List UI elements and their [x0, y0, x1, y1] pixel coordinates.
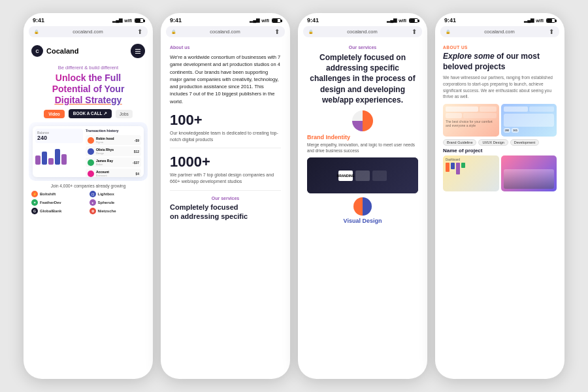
brand-logos-row: BRANDING — [338, 171, 387, 181]
t-sub-3: Baker — [96, 163, 131, 166]
hero-buttons-1: Video BOOK A CALL ↗ Jobs — [31, 109, 145, 118]
divider2-2 — [170, 190, 281, 191]
wifi-icon-4: wifi — [536, 18, 544, 23]
phone-frame-3: 9:41 ▂▄▆ wifi 🔒 cocaland.com ⬆ Our servi… — [298, 13, 427, 379]
pie-chart-icon-3 — [352, 110, 373, 131]
logo-lightbox: ◻ Lightbox — [90, 191, 146, 197]
url-bar-4: 🔒 cocaland.com ⬆ — [440, 26, 559, 37]
battery-icon-1 — [135, 18, 144, 23]
nav-1: C Cocaland — [24, 40, 153, 62]
project2-card-1: Dashboard — [443, 155, 499, 191]
visual-title-3: Visual Design — [307, 218, 418, 224]
logo-featherdev: ✦ FeatherDev — [31, 199, 88, 206]
pc-block-5 — [504, 106, 529, 112]
pc-block-4 — [463, 113, 496, 118]
brand-name-1: Cocaland — [46, 47, 79, 55]
phone3-content: Our services Completely focused on addre… — [298, 40, 427, 379]
url-bar-3: 🔒 cocaland.com ⬆ — [303, 26, 422, 37]
bar-5 — [61, 154, 67, 165]
brand-title-3: Brand Indentity — [307, 134, 418, 140]
footer-1: Join 4,000+ companies already growing ⚡ … — [24, 181, 153, 217]
about-text-2: We're a worldwide consortium of business… — [170, 54, 281, 105]
status-icons-1: ▂▄▆ wifi — [112, 18, 144, 23]
tag-development: Development — [510, 139, 539, 146]
brand-logo-2 — [355, 171, 370, 181]
time-3: 9:41 — [307, 17, 319, 24]
share-icon-1: ⬆ — [137, 28, 142, 35]
time-2: 9:41 — [170, 17, 182, 24]
t-amount-2: $12 — [134, 150, 139, 154]
pc-img-row — [504, 114, 555, 127]
logo-1: C Cocaland — [31, 45, 79, 57]
hero-title-1: Unlock the Full Potential of Your Digita… — [31, 73, 145, 105]
wifi-icon-1: wifi — [124, 18, 132, 23]
book-call-button-1[interactable]: BOOK A CALL ↗ — [69, 109, 112, 118]
dashboard-preview-1: Balance 240 Transaction history Robin ho… — [29, 122, 148, 181]
lock-icon-2: 🔒 — [171, 29, 176, 34]
pc-block-6 — [529, 106, 554, 112]
services-main-3: Completely focused on addressing specifi… — [307, 52, 418, 105]
share-icon-2: ⬆ — [274, 28, 280, 35]
phone-frame-1: 9:41 ▂▄▆ wifi 🔒 cocaland.com ⬆ C Cocalan… — [24, 13, 153, 379]
video-button-1[interactable]: Video — [44, 110, 65, 118]
project-grid-4: The best choice for your comfort and eve… — [443, 104, 557, 137]
lock-icon-3: 🔒 — [308, 29, 313, 34]
status-icons-2: ▂▄▆ wifi — [250, 18, 281, 23]
t-amount-4: $4 — [135, 172, 139, 176]
transaction-title: Transaction history — [86, 129, 141, 133]
transaction-4: Account $ amount $4 — [86, 169, 141, 177]
p2-bars — [446, 163, 497, 174]
signal-icon-4: ▂▄▆ — [524, 18, 534, 23]
url-text-1: cocaland.com — [73, 29, 103, 35]
url-text-4: cocaland.com — [484, 29, 514, 35]
nietzsche-icon: ✿ — [90, 208, 96, 214]
transaction-3: James Ray Baker -$37 — [86, 157, 141, 167]
services-heading-2: Completely focused on addressing specifi… — [170, 203, 281, 221]
phone2-content: About us We're a worldwide consortium of… — [161, 40, 290, 379]
footer-tagline-1: Join 4,000+ companies already growing — [31, 184, 145, 188]
signal-icon-1: ▂▄▆ — [112, 18, 122, 23]
divider-2 — [170, 148, 281, 148]
globalbank-icon: G — [31, 208, 38, 214]
p2-bar-3 — [456, 163, 460, 174]
pc-row-3 — [504, 106, 555, 112]
signal-icon-2: ▂▄▆ — [250, 18, 259, 23]
project-card-inner-2: 280 365 — [501, 104, 557, 137]
phone4-content: ABOUT US Explore some of our most belove… — [435, 40, 564, 379]
dash-bars-1 — [35, 145, 83, 165]
t-avatar-4 — [88, 171, 94, 177]
t-sub-1: Figma — [96, 140, 133, 144]
dash-number-balance: 240 — [37, 135, 81, 141]
bar-1 — [35, 155, 41, 165]
time-1: 9:41 — [33, 17, 44, 24]
t-sub-4: $ amount — [96, 174, 134, 177]
pc-img-1 — [504, 114, 555, 127]
status-icons-4: ▂▄▆ wifi — [524, 18, 555, 23]
brand-logo-1: BRANDING — [338, 171, 353, 181]
about-us-tag-4: ABOUT US — [443, 45, 557, 50]
logo-boltshift: ⚡ Boltshift — [31, 191, 88, 197]
pc-block-1 — [446, 106, 478, 112]
spherule-icon: ● — [90, 199, 96, 206]
brand-desc-3: Merge empathy, innovation, and logic to … — [307, 142, 418, 154]
t-sub-2: Design — [96, 152, 132, 155]
services-label-2: Our services — [170, 196, 281, 201]
p2-photo — [504, 169, 555, 189]
lock-icon-4: 🔒 — [446, 29, 450, 34]
pc-row-2 — [446, 113, 497, 118]
hamburger-menu-1[interactable] — [131, 44, 145, 58]
hero-section-1: Be different & build different Unlock th… — [24, 62, 153, 118]
status-bar-4: 9:41 ▂▄▆ wifi — [435, 13, 564, 25]
about-label-2: About us — [170, 45, 281, 50]
jobs-button-1[interactable]: Jobs — [116, 110, 133, 118]
brand-logo-3 — [372, 171, 387, 181]
dash-left-1: Balance 240 — [35, 129, 83, 174]
lock-icon-1: 🔒 — [34, 29, 39, 34]
stat2-desc-2: We partner with 7 top global design comp… — [170, 172, 281, 185]
t-info-3: James Ray Baker — [96, 159, 131, 166]
services-tag-3: Our services — [307, 45, 418, 50]
pc-block-3 — [446, 113, 462, 118]
bar-4 — [55, 149, 60, 165]
battery-icon-3 — [409, 18, 418, 23]
wifi-icon-2: wifi — [261, 18, 269, 23]
